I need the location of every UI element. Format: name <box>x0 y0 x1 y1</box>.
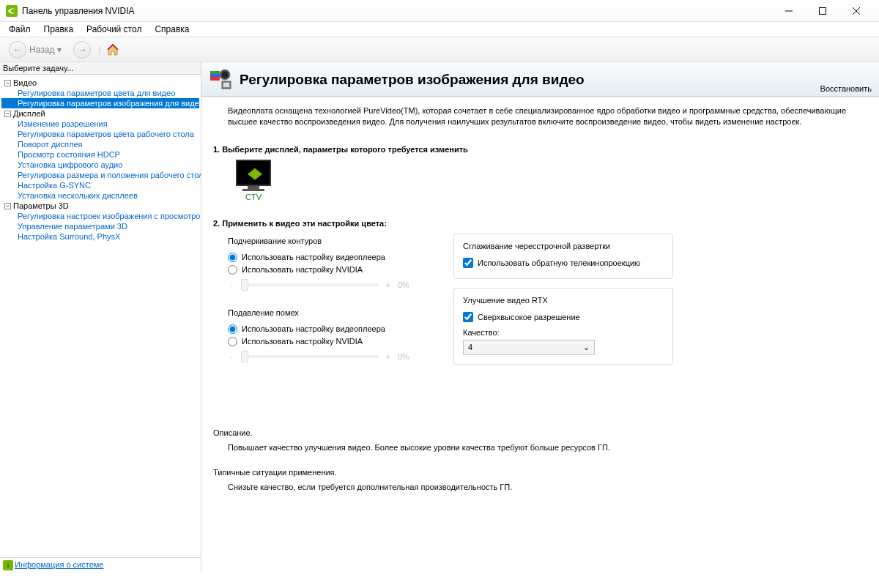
menu-file[interactable]: Файл <box>3 23 37 36</box>
forward-button[interactable]: → <box>69 40 95 60</box>
description-heading: Описание. <box>213 428 869 437</box>
quality-label: Качество: <box>463 328 664 337</box>
system-info-label: Информация о системе <box>15 560 103 569</box>
step2-label: 2. Применить к видео эти настройки цвета… <box>213 219 869 228</box>
sidebar-item-size-position[interactable]: Регулировка размера и положения рабочего… <box>1 170 199 180</box>
sidebar-item-3d-preview[interactable]: Регулировка настроек изображения с просм… <box>1 211 199 221</box>
sidebar-item-digital-audio[interactable]: Установка цифрового аудио <box>1 160 199 170</box>
intro-text: Видеоплата оснащена технологией PureVide… <box>228 105 869 127</box>
toolbar: ← Назад ▾ → | <box>0 37 879 62</box>
minimize-button[interactable] <box>772 0 806 22</box>
edge-radio-player[interactable]: Использовать настройку видеоплеера <box>228 251 418 264</box>
rtx-title: Улучшение видео RTX <box>463 296 664 305</box>
noise-slider: - + 0% <box>228 352 418 361</box>
sidebar-item-3d-manage[interactable]: Управление параметрами 3D <box>1 221 199 231</box>
arrow-right-icon: → <box>73 41 91 59</box>
collapse-icon[interactable]: − <box>4 80 11 86</box>
edge-slider: - + 0% <box>228 280 418 289</box>
sidebar-item-video-color[interactable]: Регулировка параметров цвета для видео <box>1 88 199 98</box>
menu-edit[interactable]: Правка <box>38 23 80 36</box>
svg-rect-6 <box>210 74 220 77</box>
deinterlace-title: Сглаживание чересстрочной развертки <box>463 242 664 250</box>
noise-radio-nvidia-input[interactable] <box>228 337 237 346</box>
back-label: Назад <box>29 45 54 55</box>
usage-text: Снизьте качество, если требуется дополни… <box>228 483 869 491</box>
window-title: Панель управления NVIDIA <box>22 6 772 16</box>
noise-reduction-group: Подавление помех Использовать настройку … <box>228 305 418 368</box>
sidebar-item-video-image[interactable]: Регулировка параметров изображения для в… <box>1 98 199 108</box>
noise-title: Подавление помех <box>228 308 418 317</box>
collapse-icon[interactable]: − <box>4 203 11 209</box>
page-icon <box>209 68 232 92</box>
main-panel: Регулировка параметров изображения для в… <box>201 62 879 573</box>
monitor-label: CTV <box>232 193 275 201</box>
chevron-down-icon: ⌄ <box>583 343 590 352</box>
edge-enhancement-group: Подчеркивание контуров Использовать наст… <box>228 234 418 297</box>
deinterlace-group: Сглаживание чересстрочной развертки Испо… <box>453 234 673 279</box>
super-resolution-checkbox[interactable]: Сверхвысокое разрешение <box>463 310 664 324</box>
task-tree: −Видео Регулировка параметров цвета для … <box>0 75 201 557</box>
inverse-telecine-input[interactable] <box>463 258 473 268</box>
sidebar-item-surround-physx[interactable]: Настройка Surround, PhysX <box>1 231 199 242</box>
noise-radio-player-input[interactable] <box>228 324 237 334</box>
back-button[interactable]: ← Назад ▾ <box>4 40 66 60</box>
step1-label: 1. Выберите дисплей, параметры которого … <box>213 145 869 154</box>
close-button[interactable] <box>839 0 873 22</box>
arrow-left-icon: ← <box>9 41 26 59</box>
tree-group-3d[interactable]: −Параметры 3D <box>1 201 199 211</box>
monitor-icon <box>236 160 271 186</box>
page-title: Регулировка параметров изображения для в… <box>240 72 585 88</box>
edge-radio-nvidia-input[interactable] <box>228 265 237 275</box>
select-task-label: Выберите задачу... <box>0 62 201 75</box>
rtx-group: Улучшение видео RTX Сверхвысокое разреше… <box>453 288 673 365</box>
system-info-link[interactable]: iИнформация о системе <box>0 557 201 573</box>
menu-help[interactable]: Справка <box>149 23 195 36</box>
home-button[interactable] <box>104 41 122 59</box>
inverse-telecine-checkbox[interactable]: Использовать обратную телекинопроекцию <box>463 256 664 269</box>
edge-radio-player-input[interactable] <box>228 253 237 262</box>
sidebar-item-resolution[interactable]: Изменение разрешения <box>1 119 199 129</box>
noise-radio-nvidia[interactable]: Использовать настройку NVIDIA <box>228 335 418 348</box>
sidebar-item-desktop-color[interactable]: Регулировка параметров цвета рабочего ст… <box>1 129 199 139</box>
svg-point-8 <box>222 72 228 78</box>
tree-group-display[interactable]: −Дисплей <box>1 108 199 119</box>
usage-heading: Типичные ситуации применения. <box>213 468 869 477</box>
sidebar-item-rotate[interactable]: Поворот дисплея <box>1 139 199 149</box>
noise-radio-player[interactable]: Использовать настройку видеоплеера <box>228 323 418 335</box>
super-resolution-input[interactable] <box>463 312 473 322</box>
menubar: Файл Правка Рабочий стол Справка <box>0 22 879 37</box>
quality-dropdown[interactable]: 4 ⌄ <box>463 340 595 355</box>
quality-value: 4 <box>468 343 472 351</box>
edge-title: Подчеркивание контуров <box>228 237 418 245</box>
nvidia-icon <box>6 5 18 17</box>
svg-rect-5 <box>210 71 220 74</box>
window-controls <box>772 0 873 22</box>
info-icon: i <box>3 560 13 570</box>
display-selector[interactable]: CTV <box>232 160 275 201</box>
tree-group-video[interactable]: −Видео <box>1 78 199 88</box>
titlebar: Панель управления NVIDIA <box>0 0 879 22</box>
edge-radio-nvidia[interactable]: Использовать настройку NVIDIA <box>228 264 418 276</box>
restore-link[interactable]: Восстановить <box>820 84 872 93</box>
collapse-icon[interactable]: − <box>4 111 11 117</box>
maximize-button[interactable] <box>806 0 839 22</box>
page-header: Регулировка параметров изображения для в… <box>201 62 879 97</box>
sidebar-item-hdcp[interactable]: Просмотр состояния HDCP <box>1 149 199 160</box>
sidebar-item-multi-display[interactable]: Установка нескольких дисплеев <box>1 190 199 201</box>
chevron-down-icon: ▾ <box>57 45 62 55</box>
menu-desktop[interactable]: Рабочий стол <box>81 23 147 36</box>
svg-rect-1 <box>820 7 826 14</box>
description-text: Повышает качество улучшения видео. Более… <box>228 443 869 452</box>
sidebar: Выберите задачу... −Видео Регулировка па… <box>0 62 201 573</box>
svg-rect-10 <box>223 83 229 87</box>
sidebar-item-gsync[interactable]: Настройка G-SYNC <box>1 180 199 190</box>
